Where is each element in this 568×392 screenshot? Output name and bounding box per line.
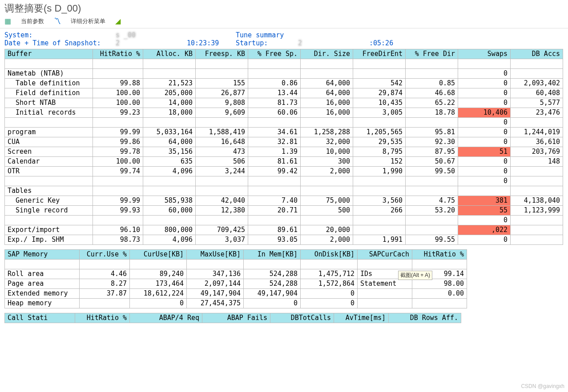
cell: [143, 216, 196, 225]
toolbar-current-params[interactable]: 当前参数: [21, 17, 44, 25]
cell: 8,795: [353, 147, 406, 157]
cell: 13.44: [248, 88, 301, 98]
table-row[interactable]: OTR99.744,0963,24499.422,0001,99099.500: [5, 167, 563, 176]
table-row[interactable]: 0: [5, 118, 563, 128]
cell: [511, 118, 563, 128]
flag-icon[interactable]: ◢: [115, 17, 121, 25]
table-row[interactable]: Page area8.27173,4642,097,144524,2881,57…: [5, 279, 467, 289]
table-row[interactable]: CUA99.8664,00016,64832.8132,00029,53592.…: [5, 137, 563, 147]
toolbar-detail-menu[interactable]: 详细分析菜单: [71, 17, 105, 25]
cell: 0: [458, 216, 511, 225]
cell: 0: [458, 167, 511, 176]
cell: 0: [301, 289, 358, 299]
cell: 1,475,712: [301, 269, 358, 279]
export-icon[interactable]: ▦: [4, 17, 11, 25]
cell: 29,874: [353, 88, 406, 98]
cell: 16,000: [301, 98, 353, 108]
cell: 2,000: [301, 167, 353, 176]
col-header: Freesp. KB: [196, 49, 248, 59]
col-header: % Free Sp.: [248, 49, 301, 59]
cell: 100.00: [93, 98, 143, 108]
cell: 585,938: [143, 196, 196, 206]
startup-time: :05:26: [369, 39, 393, 47]
table-row[interactable]: Nametab (NTAB)0: [5, 69, 563, 79]
table-row[interactable]: Screen99.7835,1564731.3910,0008,79587.95…: [5, 147, 563, 157]
cell: 64,000: [301, 88, 353, 98]
cell: 266: [353, 206, 406, 216]
table-row[interactable]: Tables: [5, 186, 563, 196]
cell: 300: [301, 157, 353, 167]
cell: 65.22: [406, 98, 458, 108]
cell: 1,258,288: [301, 128, 353, 137]
table-row[interactable]: program99.995,033,1641,588,41934.611,258…: [5, 128, 563, 137]
cell: [406, 186, 458, 196]
table-row[interactable]: Export/import96.10800,000709,42589.6120,…: [5, 225, 563, 235]
col-header: CurUse[KB]: [130, 250, 187, 260]
cell: 95.81: [406, 128, 458, 137]
cell: [353, 69, 406, 79]
table-row[interactable]: 0: [5, 216, 563, 225]
cell: [353, 186, 406, 196]
cell: 42,040: [196, 196, 248, 206]
cell: 46.68: [406, 88, 458, 98]
cell: 53.20: [406, 206, 458, 216]
table-row[interactable]: Heap memory027,454,37500: [5, 299, 467, 308]
cell: 99.88: [93, 79, 143, 88]
cell: 100.00: [93, 88, 143, 98]
cell: [353, 225, 406, 235]
row-label: Export/import: [5, 225, 93, 235]
row-label: Tables: [5, 186, 93, 196]
cell: 7.40: [248, 196, 301, 206]
startup-date: 2: [298, 39, 365, 47]
cell: 93.05: [248, 235, 301, 245]
cell: [248, 118, 301, 128]
cell: 2,093,402: [511, 79, 563, 88]
table-row[interactable]: 0: [5, 176, 563, 186]
cell: [406, 216, 458, 225]
cell: 29,535: [353, 137, 406, 147]
cell: 81.61: [248, 157, 301, 167]
table-row[interactable]: Extended memory37.8718,612,22449,147,904…: [5, 289, 467, 299]
cell: 21,523: [143, 79, 196, 88]
row-label: [5, 118, 93, 128]
cell: 10,000: [301, 147, 353, 157]
startup-label: Startup:: [236, 39, 294, 47]
chart-icon[interactable]: 〽: [54, 17, 61, 25]
cell: [511, 225, 563, 235]
cell: [301, 118, 353, 128]
cell: 3,560: [353, 196, 406, 206]
cell: 75,000: [301, 196, 353, 206]
cell: [406, 225, 458, 235]
cell: [511, 186, 563, 196]
cell: 60,000: [143, 206, 196, 216]
table-row[interactable]: Single record99.9360,00012,38020.7150026…: [5, 206, 563, 216]
table-row[interactable]: Field definition100.00205,00026,87713.44…: [5, 88, 563, 98]
cell: 99.78: [93, 147, 143, 157]
cell: 473: [196, 147, 248, 157]
cell: Statement: [358, 279, 412, 289]
cell: 0: [458, 69, 511, 79]
table-row[interactable]: Initial records99.2318,0009,60960.0616,0…: [5, 108, 563, 118]
cell: 0: [458, 79, 511, 88]
cell: [458, 186, 511, 196]
cell: 89.61: [248, 225, 301, 235]
cell: 500: [301, 206, 353, 216]
table-row[interactable]: Short NTAB100.0014,0009,80881.7316,00010…: [5, 98, 563, 108]
col-header: ABAP/4 Req: [130, 313, 202, 323]
table-row[interactable]: Calendar100.0063550681.6130015250.670148: [5, 157, 563, 167]
cell: 99.93: [93, 206, 143, 216]
cell: [143, 118, 196, 128]
cell: 64,000: [301, 79, 353, 88]
cell: 152: [353, 157, 406, 167]
system-label: System:: [4, 31, 111, 39]
cell: 4,096: [143, 235, 196, 245]
cell: [301, 69, 353, 79]
cell: 4.46: [80, 269, 130, 279]
table-row[interactable]: Exp./ Imp. SHM98.734,0963,03793.052,0001…: [5, 235, 563, 245]
cell: [406, 118, 458, 128]
table-row[interactable]: Table definition99.8821,5231550.8664,000…: [5, 79, 563, 88]
table-row[interactable]: Generic Key99.99585,93842,0407.4075,0003…: [5, 196, 563, 206]
table-row[interactable]: Roll area4.4689,240347,136524,2881,475,7…: [5, 269, 467, 279]
col-header: OnDisk[KB]: [301, 250, 358, 260]
cell: 0: [458, 98, 511, 108]
